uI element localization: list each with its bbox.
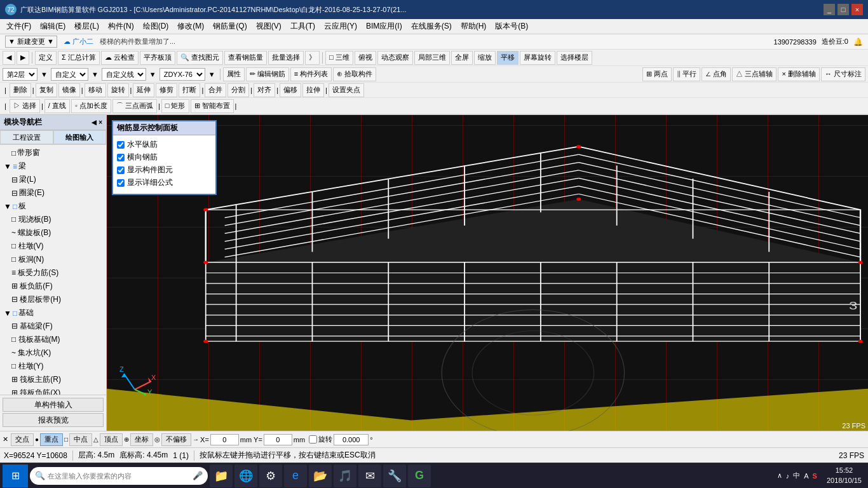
rebar-check-vertical-input[interactable] xyxy=(117,154,125,161)
close-btn[interactable]: × xyxy=(851,4,863,15)
rebar-check-show-formula-input[interactable] xyxy=(117,179,125,187)
fwd-btn[interactable]: ▶ xyxy=(17,51,29,65)
systray-ime[interactable]: 中 xyxy=(792,470,801,482)
systray-antivirus[interactable]: S xyxy=(811,471,818,481)
sidebar-controls[interactable]: ◀ × xyxy=(92,119,102,126)
y-input[interactable] xyxy=(264,434,292,445)
menu-item-版本号b[interactable]: 版本号(B) xyxy=(491,20,532,33)
top-view-btn[interactable]: 俯视 xyxy=(355,51,376,65)
tree-item-slab-group[interactable]: ▼ □ 板 xyxy=(1,200,105,213)
menu-item-工具t[interactable]: 工具(T) xyxy=(287,20,319,33)
tree-item-band-window[interactable]: □ 带形窗 xyxy=(1,146,105,159)
maximize-btn[interactable]: □ xyxy=(837,4,849,15)
delete-btn[interactable]: 删除 xyxy=(10,83,31,97)
task-search-bar[interactable]: 🔍 🎤 xyxy=(30,467,208,485)
snap-coord[interactable]: 坐标 xyxy=(130,433,153,446)
minimize-btn[interactable]: _ xyxy=(824,4,835,15)
fullscreen-btn[interactable]: 全屏 xyxy=(451,51,473,65)
menu-item-帮助h[interactable]: 帮助(H) xyxy=(457,20,491,33)
new-change-btn[interactable]: ▼ 新建变更 ▼ xyxy=(5,36,57,48)
tree-item-raft[interactable]: □ 筏板基础(M) xyxy=(9,333,105,346)
edit-rebar-btn[interactable]: ✏ 编辑钢筋 xyxy=(246,67,289,81)
back-btn[interactable]: ◀ xyxy=(3,51,15,65)
del-aux-btn[interactable]: × 删除辅轴 xyxy=(778,67,819,81)
pan-btn[interactable]: 平移 xyxy=(497,51,519,65)
viewport[interactable]: 3 钢筋显示控制面板 水平纵筋 横向钢筋 xyxy=(107,115,868,431)
menu-item-楼层l[interactable]: 楼层(L) xyxy=(71,20,103,33)
taskbar-app-edge[interactable]: 🌐 xyxy=(234,464,257,487)
break-btn[interactable]: 打断 xyxy=(179,83,200,97)
point-angle-btn[interactable]: ∠ 点角 xyxy=(702,67,731,81)
menu-item-绘图d[interactable]: 绘图(D) xyxy=(139,20,173,33)
tree-item-neg-rebar[interactable]: ⊞ 板负筋(F) xyxy=(9,280,105,293)
menu-item-bim应用i[interactable]: BIM应用(I) xyxy=(362,20,406,33)
dynamic-view-btn[interactable]: 动态观察 xyxy=(377,51,413,65)
trim-btn[interactable]: 修剪 xyxy=(156,83,177,97)
tree-item-ring-beam[interactable]: ⊟ 圈梁(E) xyxy=(9,186,105,200)
three-point-btn[interactable]: △ 三点辅轴 xyxy=(732,67,776,81)
project-settings-btn[interactable]: 工程设置 xyxy=(0,130,53,144)
more-btn[interactable]: 》 xyxy=(305,51,320,65)
tree-item-floor-band[interactable]: ⊟ 楼层板带(H) xyxy=(9,293,105,306)
dim-btn[interactable]: ↔ 尺寸标注 xyxy=(821,67,865,81)
menu-item-钢筋量q[interactable]: 钢筋量(Q) xyxy=(209,20,250,33)
stretch-btn[interactable]: 拉伸 xyxy=(302,83,324,97)
rotate-btn[interactable]: 屏幕旋转 xyxy=(520,51,555,65)
tree-item-beam-group[interactable]: ▼ ≡ 梁 xyxy=(1,159,105,173)
copy-btn[interactable]: 复制 xyxy=(36,83,57,97)
3d-btn[interactable]: □ 三维 xyxy=(325,51,353,65)
taskbar-app-chrome[interactable]: ⚙ xyxy=(259,464,282,487)
tree-item-beam-L[interactable]: ⊟ 梁(L) xyxy=(9,173,105,186)
floor-select[interactable]: 第2层第1层第3层 xyxy=(3,68,37,81)
snap-intersect[interactable]: 交点 xyxy=(11,433,34,446)
task-search-input[interactable] xyxy=(48,472,190,480)
move-btn[interactable]: 移动 xyxy=(85,83,106,97)
tree-item-slab-rebar[interactable]: ≡ 板受力筋(S) xyxy=(9,266,105,280)
parallel-btn[interactable]: ∥ 平行 xyxy=(673,67,700,81)
rotate-checkbox[interactable] xyxy=(309,435,317,444)
tree-item-raft-main-rebar[interactable]: ⊞ 筏板主筋(R) xyxy=(9,373,105,386)
snap-center[interactable]: 中点 xyxy=(69,433,92,446)
systray-expand[interactable]: ∧ xyxy=(776,470,783,481)
code-select[interactable]: ZDYX-76 xyxy=(159,68,205,81)
merge-btn[interactable]: 合并 xyxy=(205,83,226,97)
tree-item-sump[interactable]: ~ 集水坑(K) xyxy=(9,346,105,360)
taskbar-app-music[interactable]: 🎵 xyxy=(334,464,356,487)
taskbar-app-folder[interactable]: 📂 xyxy=(309,464,332,487)
taskbar-app-special[interactable]: 🔧 xyxy=(383,464,406,487)
line-btn[interactable]: / 直线 xyxy=(44,99,70,113)
local-3d-btn[interactable]: 局部三维 xyxy=(414,51,450,65)
taskbar-app-g[interactable]: G xyxy=(408,464,431,487)
systray-lang[interactable]: A xyxy=(803,471,810,481)
menu-item-文件f[interactable]: 文件(F) xyxy=(3,20,35,33)
smart-layout-btn[interactable]: ⊞ 智能布置 xyxy=(191,99,234,113)
taskbar-app-ie[interactable]: e xyxy=(284,464,307,487)
select-mode-btn[interactable]: ▷ 选择 xyxy=(10,99,40,113)
rebar-check-show-elem-input[interactable] xyxy=(117,166,125,174)
tree-item-raft-neg-rebar[interactable]: ⊞ 筏板负筋(X) xyxy=(9,386,105,395)
calc-btn[interactable]: Σ 汇总计算 xyxy=(58,51,100,65)
view-rebar-btn[interactable]: 查看钢筋量 xyxy=(224,51,267,65)
tree-item-cast-slab[interactable]: □ 现浇板(B) xyxy=(9,213,105,226)
mirror-btn[interactable]: 镜像 xyxy=(58,83,80,97)
tree-item-column-pier[interactable]: □ 柱墩(V) xyxy=(9,240,105,253)
title-controls[interactable]: _ □ × xyxy=(824,4,863,15)
x-input[interactable] xyxy=(210,434,239,445)
line-select[interactable]: 自定义线 xyxy=(102,68,146,81)
align-top-btn[interactable]: 平齐板顶 xyxy=(140,51,175,65)
split-btn[interactable]: 分割 xyxy=(227,83,249,97)
pt-len-btn[interactable]: ◦ 点加长度 xyxy=(71,99,111,113)
cloud-check-btn[interactable]: ☁ 云检查 xyxy=(101,51,139,65)
rect-btn[interactable]: □ 矩形 xyxy=(161,99,189,113)
snap-midpoint[interactable]: 重点 xyxy=(40,433,63,446)
tree-item-foundation-group[interactable]: ▼ □ 基础 xyxy=(1,306,105,320)
taskbar-app-files[interactable]: 📁 xyxy=(210,464,233,487)
arc-btn[interactable]: ⌒ 三点画弧 xyxy=(112,99,157,113)
zoom-btn[interactable]: 缩放 xyxy=(474,51,496,65)
define-btn[interactable]: 定义 xyxy=(35,51,57,65)
single-component-btn[interactable]: 单构件输入 xyxy=(3,398,104,412)
pick-component-btn[interactable]: ⊕ 拾取构件 xyxy=(333,67,376,81)
snap-vertex[interactable]: 顶点 xyxy=(100,433,123,446)
mic-icon[interactable]: 🎤 xyxy=(193,471,203,480)
menu-item-在线服务s[interactable]: 在线服务(S) xyxy=(407,20,456,33)
